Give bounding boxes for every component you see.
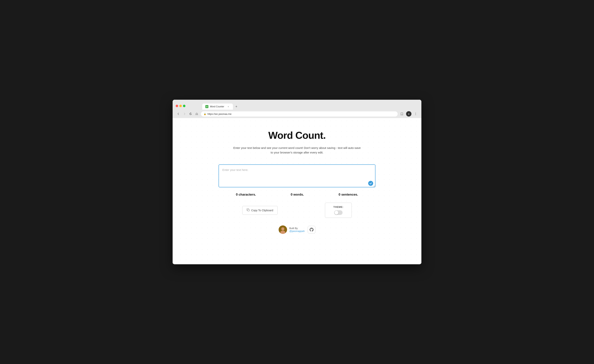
sentences-stat: 0 sentences. bbox=[338, 193, 358, 196]
toggle-knob bbox=[335, 211, 338, 215]
tab-favicon-icon: W bbox=[205, 105, 208, 108]
traffic-lights bbox=[176, 105, 185, 107]
tab-title: Word Counter bbox=[210, 105, 225, 108]
browser-window: W Word Counter × + bbox=[173, 100, 421, 264]
svg-point-3 bbox=[415, 114, 416, 114]
page-inner: Word Count. Enter your text below and se… bbox=[211, 118, 383, 245]
reload-button[interactable] bbox=[188, 111, 193, 116]
footer-section: Built By @jasonappah bbox=[279, 225, 315, 234]
theme-toggle[interactable] bbox=[334, 210, 343, 215]
text-input[interactable] bbox=[219, 164, 375, 187]
url-bar[interactable]: 🔒 https://wc.jasonaa.me bbox=[201, 111, 398, 116]
textarea-wrapper bbox=[219, 164, 375, 188]
svg-point-7 bbox=[281, 227, 284, 230]
page-subtitle: Enter your text below and see your curre… bbox=[232, 146, 362, 155]
back-button[interactable] bbox=[176, 111, 181, 116]
copy-icon bbox=[247, 209, 250, 212]
tab-bar: W Word Counter × + bbox=[187, 102, 239, 110]
address-bar: 🔒 https://wc.jasonaa.me ● bbox=[173, 110, 421, 118]
new-tab-button[interactable]: + bbox=[234, 104, 239, 109]
url-text: https://wc.jasonaa.me bbox=[207, 113, 232, 115]
minimize-window-button[interactable] bbox=[179, 105, 182, 107]
actions-row: Copy To Clipboard THEME: bbox=[219, 203, 375, 218]
theme-box: THEME: bbox=[325, 203, 352, 218]
author-avatar bbox=[279, 225, 287, 234]
theme-label: THEME: bbox=[333, 206, 344, 209]
browser-chrome: W Word Counter × + bbox=[173, 100, 421, 118]
menu-button[interactable] bbox=[413, 111, 418, 116]
svg-rect-5 bbox=[248, 209, 249, 211]
author-info: Built By @jasonappah bbox=[289, 227, 305, 233]
words-stat: 0 words. bbox=[291, 193, 304, 196]
active-tab[interactable]: W Word Counter × bbox=[202, 104, 233, 110]
tab-close-button[interactable]: × bbox=[227, 105, 230, 108]
copy-button-label: Copy To Clipboard bbox=[251, 209, 273, 212]
page-content: Word Count. Enter your text below and se… bbox=[173, 118, 421, 263]
svg-point-2 bbox=[415, 113, 416, 113]
forward-button[interactable] bbox=[182, 111, 187, 116]
maximize-window-button[interactable] bbox=[183, 105, 185, 107]
svg-text:W: W bbox=[206, 106, 208, 108]
home-button[interactable] bbox=[194, 111, 199, 116]
close-window-button[interactable] bbox=[176, 105, 178, 107]
browser-actions: ● bbox=[399, 111, 418, 116]
page-title: Word Count. bbox=[268, 129, 326, 141]
textarea-check-icon bbox=[368, 181, 373, 186]
stats-row: 0 characters. 0 words. 0 sentences. bbox=[219, 193, 375, 196]
copy-to-clipboard-button[interactable]: Copy To Clipboard bbox=[242, 206, 278, 215]
github-button[interactable] bbox=[308, 226, 315, 234]
characters-stat: 0 characters. bbox=[236, 193, 256, 196]
title-bar: W Word Counter × + bbox=[173, 100, 421, 110]
built-by-label: Built By bbox=[289, 227, 305, 230]
bookmark-button[interactable] bbox=[399, 111, 405, 116]
svg-point-4 bbox=[415, 115, 416, 115]
profile-button[interactable]: ● bbox=[406, 111, 412, 116]
nav-buttons bbox=[176, 111, 199, 116]
security-lock-icon: 🔒 bbox=[204, 113, 206, 115]
author-handle-link[interactable]: @jasonappah bbox=[289, 230, 305, 233]
